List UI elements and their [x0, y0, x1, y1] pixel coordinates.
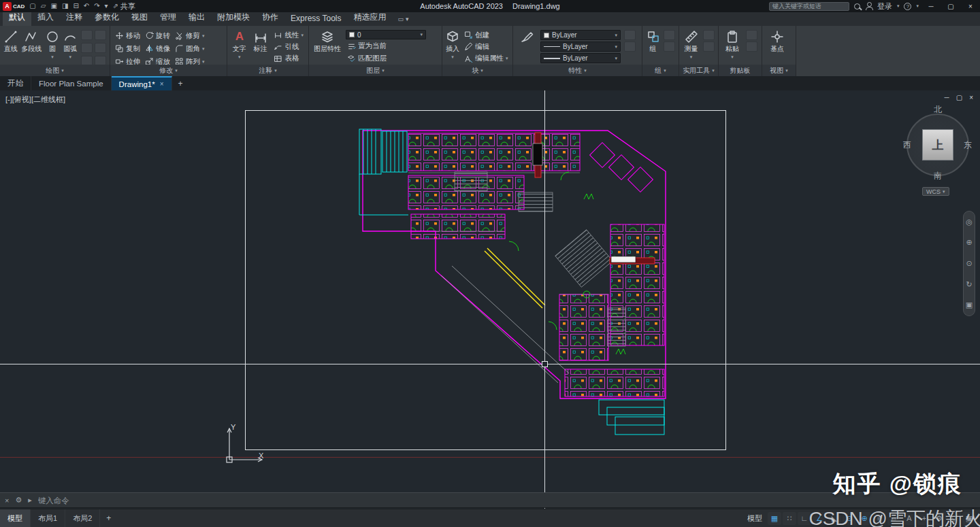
panel-modify-label[interactable]: 修改 ▾	[110, 65, 227, 76]
orbit-icon[interactable]: ↻	[966, 280, 972, 289]
id-point-icon[interactable]	[703, 41, 715, 52]
qat-dropdown-icon[interactable]: ▾	[105, 1, 108, 12]
linetype-combo[interactable]: ByLayer ▾	[540, 41, 621, 52]
text-button[interactable]: A 文字 ▾	[231, 28, 248, 64]
zoom-icon[interactable]: ⊙	[966, 259, 972, 268]
undo-icon[interactable]: ↶	[84, 1, 89, 12]
measure-button[interactable]: 测量 ▾	[683, 28, 700, 64]
showmotion-icon[interactable]: ▣	[966, 301, 973, 309]
new-drawing-tab-button[interactable]: +	[172, 76, 189, 90]
viewcube[interactable]: 北 西 东 上 南 WCS ▾	[902, 104, 974, 199]
viewcube-north-label[interactable]: 北	[902, 104, 974, 116]
match-properties-button[interactable]	[517, 28, 537, 64]
drawing-canvas[interactable]: [-][俯视][二维线框] ─ ▢ × Y X 北 西 东 上 南 WCS ▾ …	[0, 90, 980, 509]
close-button[interactable]: ×	[963, 3, 978, 10]
move-button[interactable]: 移动	[114, 30, 142, 41]
object-color-combo[interactable]: ByLayer ▾	[540, 30, 621, 40]
line-button[interactable]: 直线	[3, 28, 18, 64]
viewcube-south-label[interactable]: 南	[902, 170, 974, 182]
rotate-button[interactable]: 旋转	[144, 30, 172, 41]
mirror-button[interactable]: 镜像	[144, 43, 172, 54]
user-icon[interactable]	[865, 2, 872, 10]
pan-icon[interactable]: ⊕	[966, 238, 972, 247]
signin-button[interactable]: 登录	[877, 1, 892, 12]
circle-button[interactable]: 圆 ▾	[45, 28, 59, 64]
viewport-close-icon[interactable]: ×	[969, 94, 973, 101]
panel-clipboard-label[interactable]: 剪贴板	[719, 65, 762, 76]
viewcube-top-face[interactable]: 上	[922, 129, 953, 160]
share-button[interactable]: ⇗ 共享	[113, 1, 135, 12]
chevron-down-icon[interactable]: ▾	[897, 3, 900, 9]
leader-button[interactable]: 引线	[272, 41, 305, 52]
layer-select-combo[interactable]: 0 ▾	[346, 30, 426, 39]
polyline-button[interactable]: 多段线	[21, 28, 42, 64]
minimize-button[interactable]: ─	[924, 3, 938, 10]
table-button[interactable]: 表格	[272, 54, 305, 64]
viewport-controls-label[interactable]: [-][俯视][二维线框]	[5, 95, 65, 105]
panel-block-label[interactable]: 块 ▾	[442, 65, 512, 76]
new-file-icon[interactable]: ▢	[29, 1, 35, 12]
copy-clip-icon[interactable]	[746, 41, 757, 52]
new-layout-button[interactable]: +	[100, 513, 117, 523]
quick-select-icon[interactable]	[703, 30, 715, 40]
copy-button[interactable]: 复制	[114, 43, 142, 54]
file-tab-floor-plan-sample[interactable]: Floor Plan Sample	[31, 76, 112, 90]
properties-palette-icon[interactable]	[624, 30, 636, 40]
fillet-button[interactable]: 圆角▾	[174, 43, 206, 54]
plot-icon[interactable]: ⊟	[73, 1, 78, 12]
ungroup-icon[interactable]	[664, 30, 675, 40]
maximize-button[interactable]: ▢	[943, 3, 958, 10]
save-icon[interactable]: ▣	[51, 1, 57, 12]
viewcube-wcs-menu[interactable]: WCS ▾	[922, 187, 949, 196]
viewport-minimize-icon[interactable]: ─	[945, 94, 949, 101]
make-current-button[interactable]: 置为当前	[346, 41, 426, 52]
cut-icon[interactable]	[746, 30, 757, 40]
tab-express-tools[interactable]: Express Tools	[284, 12, 347, 26]
panel-draw-label[interactable]: 绘图 ▾	[0, 65, 110, 76]
draw-tool-icon[interactable]	[95, 30, 106, 40]
close-tab-icon[interactable]: ×	[160, 80, 164, 88]
insert-block-button[interactable]: 插入 ▾	[446, 28, 459, 64]
viewcube-west-label[interactable]: 西	[903, 139, 911, 151]
ribbon-display-toggle[interactable]: ▭ ▾	[397, 16, 408, 26]
search-input[interactable]	[769, 2, 849, 11]
ellipse-tool-icon[interactable]	[81, 43, 93, 53]
panel-layers-label[interactable]: 图层 ▾	[309, 65, 442, 76]
panel-utilities-label[interactable]: 实用工具 ▾	[679, 65, 718, 76]
group-button[interactable]: 组	[646, 28, 660, 64]
dimension-button[interactable]: 标注	[252, 28, 270, 64]
edit-block-button[interactable]: 编辑	[463, 41, 510, 52]
rectangle-tool-icon[interactable]	[81, 30, 93, 40]
draw-tool-icon[interactable]	[95, 43, 106, 53]
panel-annotation-label[interactable]: 注释 ▾	[227, 65, 308, 76]
lineweight-combo[interactable]: ByLayer ▾	[540, 53, 621, 63]
help-icon[interactable]: ?	[904, 3, 911, 10]
chevron-down-icon[interactable]: ▾	[916, 3, 919, 9]
linear-dimension-button[interactable]: 线性▾	[272, 30, 305, 40]
start-tab[interactable]: 开始	[0, 76, 31, 90]
model-paper-toggle[interactable]: 模型	[743, 513, 766, 524]
viewport-restore-icon[interactable]: ▢	[956, 94, 962, 101]
layout2-tab[interactable]: 布局2	[65, 509, 100, 527]
edit-attributes-button[interactable]: 编辑属性▾	[463, 54, 510, 64]
layer-properties-button[interactable]: 图层特性	[312, 28, 342, 64]
group-edit-icon[interactable]	[664, 41, 675, 52]
snap-mode-icon[interactable]: ∷	[783, 512, 796, 525]
panel-properties-label[interactable]: 特性 ▾	[513, 65, 642, 76]
paste-button[interactable]: 粘贴 ▾	[722, 28, 742, 64]
command-close-icon[interactable]: ×	[5, 496, 9, 505]
command-customize-icon[interactable]: ⚙	[15, 496, 22, 505]
arc-button[interactable]: 圆弧 ▾	[63, 28, 78, 64]
trim-button[interactable]: 修剪▾	[174, 30, 206, 41]
file-tab-drawing1[interactable]: Drawing1* ×	[112, 76, 172, 90]
model-space-tab[interactable]: 模型	[0, 509, 31, 527]
open-file-icon[interactable]: ▱	[41, 1, 46, 12]
panel-view-label[interactable]: 视图 ▾	[762, 65, 796, 76]
match-layer-button[interactable]: 匹配图层	[346, 53, 426, 64]
redo-icon[interactable]: ↷	[94, 1, 99, 12]
navigation-wheel-icon[interactable]: ◎	[966, 218, 973, 226]
search-icon[interactable]	[854, 3, 860, 10]
layout1-tab[interactable]: 布局1	[31, 509, 65, 527]
autocad-logo[interactable]: A CAD	[3, 2, 24, 11]
create-block-button[interactable]: 创建	[463, 30, 510, 40]
